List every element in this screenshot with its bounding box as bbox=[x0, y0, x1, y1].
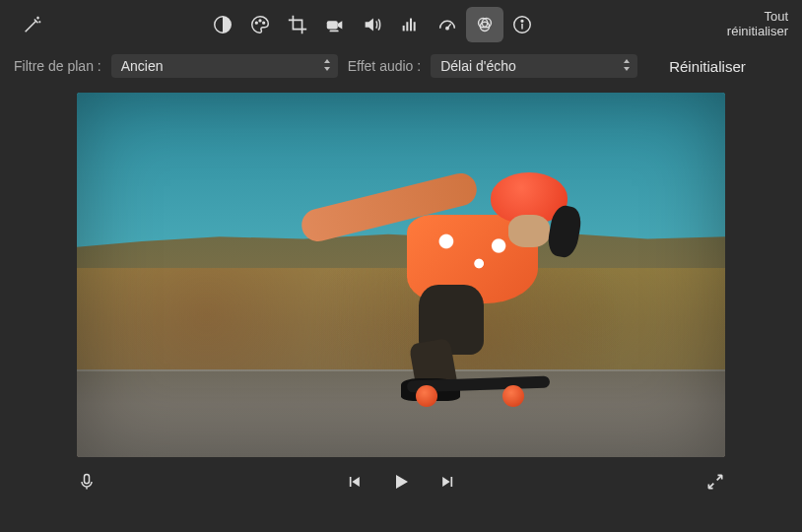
volume-icon[interactable] bbox=[354, 7, 391, 42]
preview-viewer[interactable] bbox=[77, 93, 725, 457]
svg-rect-4 bbox=[327, 21, 338, 29]
svg-point-3 bbox=[263, 22, 265, 24]
svg-rect-5 bbox=[330, 31, 339, 33]
svg-point-1 bbox=[255, 22, 257, 24]
contrast-icon[interactable] bbox=[204, 7, 241, 42]
audio-effect-select[interactable]: Délai d'écho bbox=[431, 54, 637, 78]
palette-icon[interactable] bbox=[241, 7, 279, 42]
previous-button[interactable] bbox=[344, 470, 364, 494]
clip-filter-select[interactable]: Ancien bbox=[111, 54, 338, 78]
audio-effect-value: Délai d'écho bbox=[440, 58, 516, 74]
chevron-down-icon bbox=[622, 58, 632, 74]
tool-row bbox=[204, 7, 541, 42]
info-icon[interactable] bbox=[503, 7, 541, 42]
fullscreen-button[interactable] bbox=[705, 472, 725, 492]
viewer-wrap bbox=[0, 83, 802, 457]
toolbar: Tout réinitialiser bbox=[0, 0, 802, 49]
svg-rect-16 bbox=[85, 475, 90, 484]
speed-icon[interactable] bbox=[429, 7, 466, 42]
svg-point-10 bbox=[446, 27, 448, 29]
microphone-icon[interactable] bbox=[77, 472, 97, 492]
audio-effect-label: Effet audio : bbox=[348, 58, 421, 74]
equalizer-icon[interactable] bbox=[391, 7, 429, 42]
reset-all-line1: Tout bbox=[727, 10, 788, 25]
play-button[interactable] bbox=[389, 470, 413, 494]
svg-rect-9 bbox=[414, 22, 416, 31]
svg-point-2 bbox=[259, 20, 261, 22]
crop-icon[interactable] bbox=[279, 7, 316, 42]
transport-bar bbox=[0, 457, 802, 506]
chevron-down-icon bbox=[322, 58, 332, 74]
svg-point-15 bbox=[521, 20, 523, 22]
svg-rect-8 bbox=[410, 19, 412, 32]
reset-all-line2: réinitialiser bbox=[727, 25, 788, 39]
svg-rect-7 bbox=[406, 22, 408, 31]
magic-wand-icon[interactable] bbox=[14, 7, 51, 42]
clip-filter-value: Ancien bbox=[121, 58, 164, 74]
next-button[interactable] bbox=[438, 470, 458, 494]
reset-all-button[interactable]: Tout réinitialiser bbox=[727, 10, 788, 39]
clip-filter-label: Filtre de plan : bbox=[14, 58, 101, 74]
svg-rect-6 bbox=[403, 26, 405, 31]
camera-icon[interactable] bbox=[316, 7, 354, 42]
filter-bar: Filtre de plan : Ancien Effet audio : Dé… bbox=[0, 49, 802, 83]
filters-icon[interactable] bbox=[466, 7, 503, 42]
reset-button[interactable]: Réinitialiser bbox=[647, 58, 746, 75]
